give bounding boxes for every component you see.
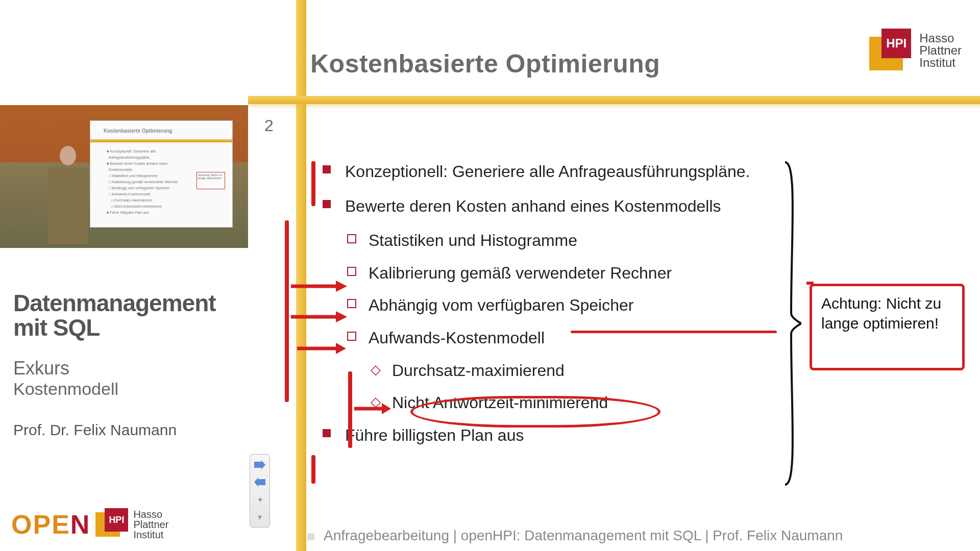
sidebar: Kostenbasierte Optimierung ■ Konzeptione… (0, 0, 248, 551)
slide-page-number: 2 (264, 116, 274, 135)
nav-next-button[interactable] (253, 458, 267, 472)
course-meta: Datenmanagement mit SQL Exkurs Kostenmod… (13, 291, 238, 439)
mini-slide-title: Kostenbasierte Optimierung (104, 128, 172, 134)
hpi-icon: HPI (95, 508, 128, 541)
slide-content: Konzeptionell: Generiere alle Anfrageaus… (320, 159, 845, 457)
bullet-2b: Kalibrierung gemäß verwendeter Rechner (320, 261, 845, 286)
svg-marker-9 (254, 478, 265, 487)
lecture-video-thumbnail[interactable]: Kostenbasierte Optimierung ■ Konzeptione… (0, 105, 248, 248)
bullet-2a: Statistiken und Histogramme (320, 228, 845, 254)
openhpi-logo: OPEN HPI Hasso Plattner Institut (11, 508, 168, 541)
slide-area: Kostenbasierte Optimierung 2 HPI Hasso P… (248, 0, 980, 551)
slide-vertical-accent (296, 0, 306, 551)
bullet-2d1: Durchsatz-maximierend (320, 358, 845, 384)
course-author: Prof. Dr. Felix Naumann (13, 421, 238, 439)
bullet-3: Führe billigsten Plan aus (320, 423, 845, 448)
bullet-2d: Aufwands-Kostenmodell (320, 325, 845, 351)
footer-bullet-icon (307, 533, 314, 540)
nav-tool-button[interactable]: ✦ (253, 492, 267, 507)
presenter-figure (45, 146, 91, 248)
slide-footer: Anfragebearbeitung | openHPI: Datenmanag… (307, 528, 843, 544)
course-subhead-1: Exkurs (13, 358, 238, 379)
course-title: Datenmanagement mit SQL (13, 291, 238, 340)
hpi-icon: HPI (869, 29, 913, 72)
bullet-2d2: Nicht Antwortzeit-minimierend (320, 390, 845, 416)
svg-marker-8 (254, 460, 265, 469)
slide-nav-toolbar: ✦ ▾ (250, 454, 270, 528)
slide-horizontal-accent (248, 96, 980, 104)
bullet-1: Konzeptionell: Generiere alle Anfrageaus… (320, 159, 845, 185)
annotation-red-bar-1 (311, 161, 315, 206)
annotation-red-bar-4 (311, 455, 315, 484)
hpi-full-name: Hasso Plattner Institut (133, 509, 168, 540)
hpi-logo-main: HPI Hasso Plattner Institut (869, 29, 962, 72)
mini-slide-preview: Kostenbasierte Optimierung ■ Konzeptione… (90, 120, 233, 228)
slide-title: Kostenbasierte Optimierung (310, 49, 660, 79)
slide-accent-fade (248, 104, 980, 109)
footer-text: Anfragebearbeitung | openHPI: Datenmanag… (324, 528, 843, 543)
hpi-full-name: Hasso Plattner Institut (919, 32, 962, 69)
course-subhead-2: Kostenmodell (13, 379, 238, 399)
bullet-2: Bewerte deren Kosten anhand eines Kosten… (320, 194, 845, 219)
annotation-warning-box: Achtung: Nicht zu lange optimieren! (810, 284, 965, 370)
nav-more-button[interactable]: ▾ (253, 510, 267, 524)
annotation-red-bar-2 (285, 220, 289, 402)
nav-prev-button[interactable] (253, 475, 267, 489)
open-wordmark: OPEN (11, 509, 90, 540)
bullet-2c: Abhängig vom verfügbaren Speicher (320, 293, 845, 318)
